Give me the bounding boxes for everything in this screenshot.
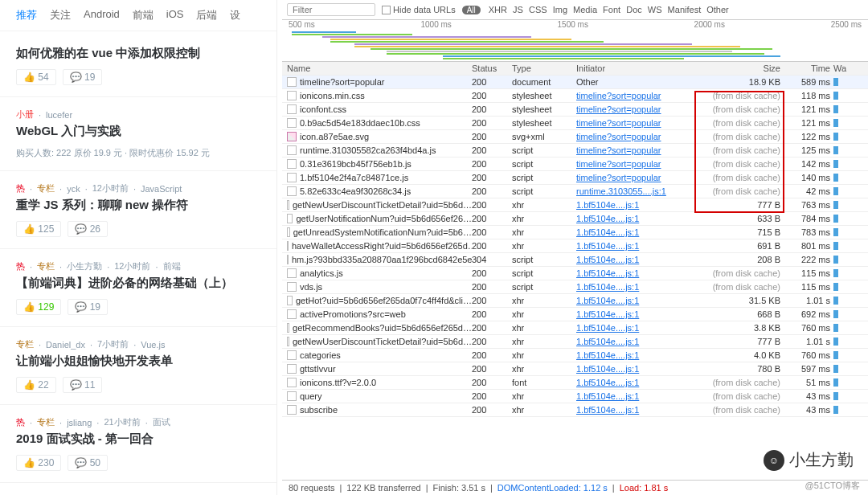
filter-media[interactable]: Media — [571, 5, 599, 14]
network-row[interactable]: runtime.310305582ca263f4bd4a.js200script… — [282, 144, 868, 158]
file-icon — [287, 337, 289, 346]
network-row[interactable]: getNewUserDiscountTicketDetail?uid=5b6d…… — [282, 335, 868, 349]
status-load: Load: 1.81 s — [620, 483, 669, 493]
tab-4[interactable]: iOS — [166, 8, 184, 22]
post-item[interactable]: 热 · 专栏 · 小生方勤 · 12小时前 · 前端【前端词典】进阶必备的网络基… — [0, 249, 276, 327]
post-item[interactable]: 热 · 专栏 · yck · 12小时前 · JavaScript重学 JS 系… — [0, 171, 276, 249]
file-icon — [287, 104, 297, 114]
network-row[interactable]: subscribe200xhr1.bf5104e....js:1(from di… — [282, 403, 868, 417]
post-item[interactable]: 热 · 专栏 · jsliang · 21小时前 · 面试2019 面试实战 -… — [0, 405, 276, 483]
hide-data-urls[interactable]: Hide data URLs — [382, 5, 456, 15]
network-row[interactable]: iconfont.css200stylesheettimeline?sort=p… — [282, 103, 868, 117]
status-dom: DOMContentLoaded: 1.12 s — [497, 483, 608, 493]
file-icon — [287, 378, 297, 387]
filter-all[interactable]: All — [462, 6, 481, 14]
network-table-header: Name Status Type Initiator Size Time Wa — [282, 62, 868, 76]
post-title: 重学 JS 系列：聊聊 new 操作符 — [16, 198, 260, 213]
network-row[interactable]: 0.b9ac5d54e183ddaec10b.css200stylesheett… — [282, 117, 868, 130]
credit: @51CTO博客 — [805, 480, 860, 492]
comment-button[interactable]: 💬 50 — [68, 455, 108, 471]
filter-css[interactable]: CSS — [527, 5, 549, 14]
filter-doc[interactable]: Doc — [624, 5, 644, 14]
col-size[interactable]: Size — [689, 63, 785, 73]
filter-other[interactable]: Other — [705, 5, 731, 14]
filter-manifest[interactable]: Manifest — [666, 5, 703, 14]
file-icon — [287, 227, 290, 237]
network-row[interactable]: getRecommendBooks?uid=5b6d656ef265d…200x… — [282, 321, 868, 335]
file-icon — [287, 268, 297, 278]
network-row[interactable]: hm.js?93bbd335a208870aa1f296bcd6842e5e30… — [282, 253, 868, 267]
post-title: 让前端小姐姐愉快地开发表单 — [16, 354, 260, 369]
comment-button[interactable]: 💬 11 — [63, 377, 103, 393]
post-title: WebGL 入门与实践 — [16, 124, 260, 139]
tab-6[interactable]: 设 — [230, 8, 240, 22]
status-bar: 80 requests | 122 KB transferred | Finis… — [282, 480, 868, 495]
post-title: 如何优雅的在 vue 中添加权限控制 — [16, 46, 260, 61]
network-row[interactable]: haveWalletAccessRight?uid=5b6d656ef265d…… — [282, 239, 868, 253]
file-icon — [287, 309, 297, 319]
col-status[interactable]: Status — [472, 63, 512, 73]
comment-button[interactable]: 💬 26 — [68, 221, 108, 237]
file-icon — [287, 241, 289, 251]
filter-font[interactable]: Font — [601, 5, 622, 14]
network-row[interactable]: analytics.js200script1.bf5104e....js:1(f… — [282, 267, 868, 280]
network-row[interactable]: getUserNotificationNum?uid=5b6d656ef26…2… — [282, 212, 868, 226]
file-icon — [287, 364, 297, 374]
network-row[interactable]: categories200xhr1.bf5104e....js:14.0 KB7… — [282, 349, 868, 362]
filter-js[interactable]: JS — [511, 5, 525, 14]
col-type[interactable]: Type — [512, 63, 576, 73]
network-row[interactable]: query200xhr1.bf5104e....js:1(from disk c… — [282, 390, 868, 403]
network-row[interactable]: 1.bf5104e2f4a7c84871ce.js200scripttimeli… — [282, 171, 868, 185]
network-row[interactable]: getNewUserDiscountTicketDetail?uid=5b6d…… — [282, 198, 868, 212]
tab-0[interactable]: 推荐 — [16, 8, 37, 22]
file-icon — [287, 186, 297, 196]
col-waterfall[interactable]: Wa — [833, 63, 841, 73]
post-title: 【前端词典】进阶必备的网络基础（上） — [16, 276, 260, 291]
like-button[interactable]: 👍 230 — [16, 455, 61, 471]
status-finish: Finish: 3.51 s — [433, 483, 485, 493]
tab-1[interactable]: 关注 — [50, 8, 71, 22]
comment-button[interactable]: 💬 19 — [68, 299, 108, 315]
status-transferred: 122 KB transferred — [346, 483, 420, 493]
like-button[interactable]: 👍 125 — [16, 221, 61, 237]
file-icon — [287, 145, 297, 155]
file-icon — [287, 296, 293, 305]
file-icon — [287, 118, 297, 128]
file-icon — [287, 77, 297, 87]
like-button[interactable]: 👍 54 — [16, 69, 56, 85]
network-row[interactable]: 5.82e633c4ea9f30268c34.js200scriptruntim… — [282, 185, 868, 198]
network-row[interactable]: ionicons.min.css200stylesheettimeline?so… — [282, 89, 868, 103]
col-initiator[interactable]: Initiator — [576, 63, 689, 73]
network-row[interactable]: getHot?uid=5b6d656ef265da0f7c4ff4fd&cli…… — [282, 294, 868, 308]
file-icon — [287, 391, 297, 401]
network-row[interactable]: gttstIvvur200xhr1.bf5104e....js:1780 B59… — [282, 362, 868, 376]
network-row[interactable]: activePromotions?src=web200xhr1.bf5104e.… — [282, 308, 868, 321]
tab-2[interactable]: Android — [84, 8, 120, 22]
post-title: 2019 面试实战 - 第一回合 — [16, 432, 260, 447]
like-button[interactable]: 👍 22 — [16, 377, 56, 393]
col-time[interactable]: Time — [785, 63, 833, 73]
post-item[interactable]: 小册 · luceferWebGL 入门与实践购买人数: 222 原价 19.9… — [0, 97, 276, 171]
post-item[interactable]: 专栏 · Daniel_dx · 7小时前 · Vue.js让前端小姐姐愉快地开… — [0, 327, 276, 405]
filter-img[interactable]: Img — [551, 5, 569, 14]
col-name[interactable]: Name — [287, 63, 472, 73]
network-row[interactable]: timeline?sort=popular200documentOther18.… — [282, 76, 868, 89]
post-item[interactable]: 如何优雅的在 vue 中添加权限控制👍 54💬 19 — [0, 31, 276, 97]
feed-list: 如何优雅的在 vue 中添加权限控制👍 54💬 19小册 · luceferWe… — [0, 31, 276, 483]
network-row[interactable]: 0.31e3619bcb45f756eb1b.js200scripttimeli… — [282, 158, 868, 171]
like-button[interactable]: 👍 129 — [16, 299, 61, 315]
filter-xhr[interactable]: XHR — [487, 5, 509, 14]
tab-3[interactable]: 前端 — [133, 8, 154, 22]
status-requests: 80 requests — [289, 483, 334, 493]
tab-5[interactable]: 后端 — [196, 8, 217, 22]
network-row[interactable]: getUnreadSystemNotificationNum?uid=5b6…2… — [282, 226, 868, 239]
network-row[interactable]: vds.js200script1.bf5104e....js:1(from di… — [282, 280, 868, 294]
network-row[interactable]: ionicons.ttf?v=2.0.0200font1.bf5104e....… — [282, 376, 868, 390]
file-icon — [287, 255, 289, 264]
file-icon — [287, 323, 289, 333]
filter-input[interactable] — [287, 3, 375, 16]
network-timeline[interactable]: 500 ms1000 ms1500 ms2000 ms2500 ms — [282, 20, 868, 62]
filter-ws[interactable]: WS — [646, 5, 664, 14]
network-row[interactable]: icon.a87e5ae.svg200svg+xmltimeline?sort=… — [282, 130, 868, 144]
comment-button[interactable]: 💬 19 — [63, 69, 103, 85]
